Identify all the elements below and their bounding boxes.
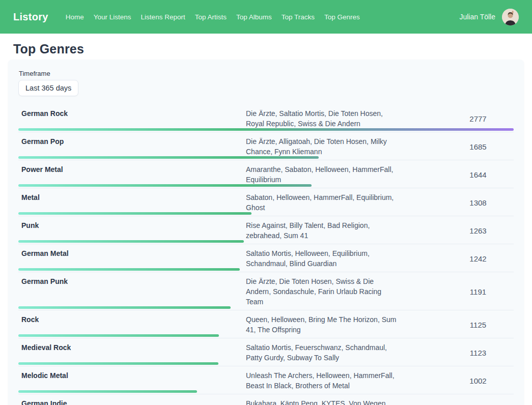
genre-row: German Metal Saltatio Mortis, Helloween,… <box>18 244 514 272</box>
genre-count: 1644 <box>442 164 514 185</box>
genre-count: 1123 <box>442 342 514 363</box>
page-title: Top Genres <box>13 42 519 56</box>
genre-artists: Die Ärzte, Die Toten Hosen, Swiss & Die … <box>246 276 398 307</box>
timeframe-dropdown-button[interactable]: Last 365 days <box>18 80 78 96</box>
genre-bar <box>18 212 251 215</box>
genre-artists: Die Ärzte, Saltatio Mortis, Die Toten Ho… <box>246 108 398 129</box>
genre-artists: Rise Against, Billy Talent, Bad Religion… <box>246 220 398 241</box>
genre-row: Medieval Rock Saltatio Mortis, Feuerschw… <box>18 338 514 366</box>
genre-bar <box>18 306 231 309</box>
genre-count: 1308 <box>442 192 514 213</box>
genre-row: Power Metal Amaranthe, Sabaton, Hellowee… <box>18 160 514 188</box>
genre-artists: Saltatio Mortis, Feuerschwanz, Schandmau… <box>246 342 398 363</box>
genre-name: Power Metal <box>18 164 246 185</box>
genre-count: 1125 <box>442 314 514 335</box>
genre-row: Metal Sabaton, Helloween, HammerFall, Eq… <box>18 188 514 216</box>
genre-name: German Punk <box>18 276 246 307</box>
genre-count: 1263 <box>442 220 514 241</box>
genre-artists: Amaranthe, Sabaton, Helloween, HammerFal… <box>246 164 398 185</box>
genre-name: Metal <box>18 192 246 213</box>
main-content: Top Genres Timeframe Last 365 days Germa… <box>0 42 532 405</box>
genre-bar <box>18 390 197 393</box>
genre-row: Punk Rise Against, Billy Talent, Bad Rel… <box>18 216 514 244</box>
genre-row: German Punk Die Ärzte, Die Toten Hosen, … <box>18 272 514 310</box>
genre-count: 2777 <box>442 108 514 129</box>
genre-name: Melodic Metal <box>18 370 246 391</box>
user-avatar[interactable] <box>502 9 519 25</box>
navbar: Listory Home Your Listens Listens Report… <box>0 0 532 34</box>
genre-artists: Bukahara, Käptn Peng, KYTES, Von Wegen L… <box>246 398 398 405</box>
genre-name: Rock <box>18 314 246 335</box>
genre-row: Rock Queen, Helloween, Bring Me The Hori… <box>18 310 514 338</box>
top-genres-card: Timeframe Last 365 days German Rock Die … <box>8 60 524 405</box>
avatar-photo-icon <box>502 9 519 25</box>
genre-row: German Rock Die Ärzte, Saltatio Mortis, … <box>18 104 514 132</box>
genre-count: 1191 <box>442 276 514 307</box>
nav-item-top-albums[interactable]: Top Albums <box>236 13 272 21</box>
genre-count: 1242 <box>442 248 514 269</box>
genre-bar <box>18 156 319 159</box>
genre-bar <box>18 240 244 243</box>
nav-item-listens-report[interactable]: Listens Report <box>141 13 185 21</box>
genre-bar <box>18 184 312 187</box>
genre-name: German Pop <box>18 136 246 157</box>
genre-name: Punk <box>18 220 246 241</box>
genre-bar <box>18 128 514 131</box>
genre-bar <box>18 334 219 337</box>
genre-artists: Queen, Helloween, Bring Me The Horizon, … <box>246 314 398 335</box>
genre-artists: Saltatio Mortis, Helloween, Equilibrium,… <box>246 248 398 269</box>
genre-bar <box>18 268 240 271</box>
genre-artists: Die Ärzte, Alligatoah, Die Toten Hosen, … <box>246 136 398 157</box>
nav-item-top-tracks[interactable]: Top Tracks <box>282 13 315 21</box>
user-menu[interactable]: Julian Tölle <box>459 9 519 25</box>
genre-count: 1685 <box>442 136 514 157</box>
genre-bar <box>18 362 218 365</box>
genres-table: German Rock Die Ärzte, Saltatio Mortis, … <box>18 104 514 405</box>
genre-count: 1002 <box>442 370 514 391</box>
genre-row: Melodic Metal Unleash The Archers, Hello… <box>18 366 514 394</box>
genre-artists: Unleash The Archers, Helloween, HammerFa… <box>246 370 398 391</box>
timeframe-label: Timeframe <box>19 70 514 77</box>
genre-artists: Sabaton, Helloween, HammerFall, Equilibr… <box>246 192 398 213</box>
brand-logo[interactable]: Listory <box>13 11 48 23</box>
nav-item-top-artists[interactable]: Top Artists <box>195 13 227 21</box>
genre-row: German Pop Die Ärzte, Alligatoah, Die To… <box>18 132 514 160</box>
genre-name: German Rock <box>18 108 246 129</box>
nav-item-home[interactable]: Home <box>66 13 84 21</box>
user-name: Julian Tölle <box>459 13 495 21</box>
genre-name: German Metal <box>18 248 246 269</box>
nav-item-top-genres[interactable]: Top Genres <box>324 13 360 21</box>
genre-name: Medieval Rock <box>18 342 246 363</box>
nav-links: Home Your Listens Listens Report Top Art… <box>66 13 360 21</box>
genre-row: German Indie Bukahara, Käptn Peng, KYTES… <box>18 394 514 405</box>
genre-name: German Indie <box>18 398 246 405</box>
nav-item-your-listens[interactable]: Your Listens <box>94 13 131 21</box>
genre-count: 926 <box>442 398 514 405</box>
